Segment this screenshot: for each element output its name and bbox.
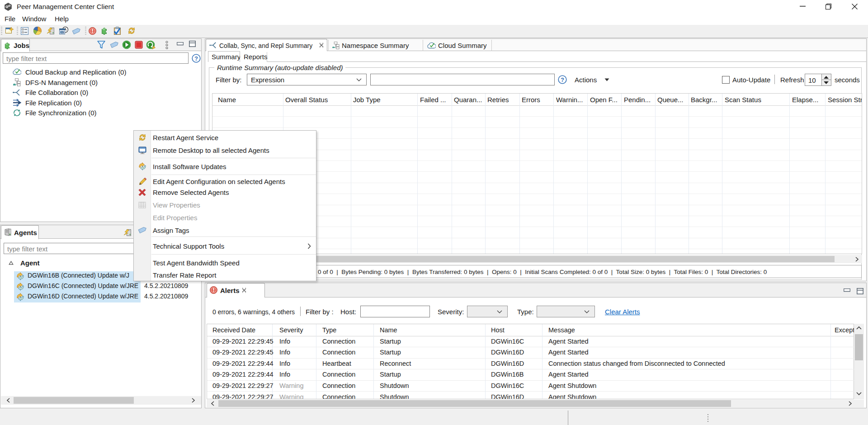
svg-text:12: 12 bbox=[61, 31, 63, 33]
svg-text:?: ? bbox=[561, 77, 564, 83]
svg-text:?: ? bbox=[194, 56, 198, 62]
